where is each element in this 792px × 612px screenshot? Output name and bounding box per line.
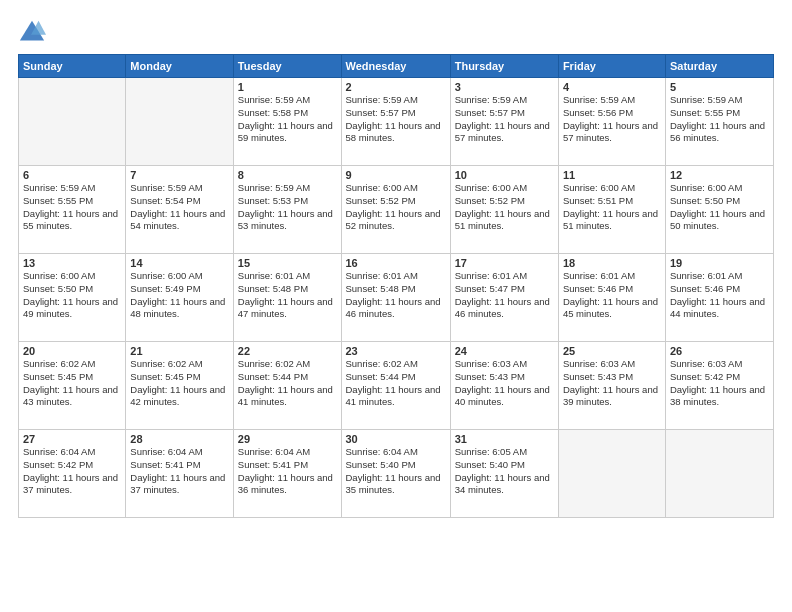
day-info: Sunrise: 6:04 AMSunset: 5:41 PMDaylight:…	[130, 446, 228, 497]
calendar-cell: 29Sunrise: 6:04 AMSunset: 5:41 PMDayligh…	[233, 430, 341, 518]
day-number: 8	[238, 169, 337, 181]
calendar-cell: 1Sunrise: 5:59 AMSunset: 5:58 PMDaylight…	[233, 78, 341, 166]
day-number: 31	[455, 433, 554, 445]
day-number: 22	[238, 345, 337, 357]
calendar-cell: 14Sunrise: 6:00 AMSunset: 5:49 PMDayligh…	[126, 254, 233, 342]
calendar-cell: 21Sunrise: 6:02 AMSunset: 5:45 PMDayligh…	[126, 342, 233, 430]
calendar-cell: 27Sunrise: 6:04 AMSunset: 5:42 PMDayligh…	[19, 430, 126, 518]
calendar-cell: 28Sunrise: 6:04 AMSunset: 5:41 PMDayligh…	[126, 430, 233, 518]
day-info: Sunrise: 6:00 AMSunset: 5:51 PMDaylight:…	[563, 182, 661, 233]
calendar-cell: 10Sunrise: 6:00 AMSunset: 5:52 PMDayligh…	[450, 166, 558, 254]
day-number: 1	[238, 81, 337, 93]
day-info: Sunrise: 5:59 AMSunset: 5:53 PMDaylight:…	[238, 182, 337, 233]
day-number: 25	[563, 345, 661, 357]
calendar-cell: 31Sunrise: 6:05 AMSunset: 5:40 PMDayligh…	[450, 430, 558, 518]
day-info: Sunrise: 6:00 AMSunset: 5:49 PMDaylight:…	[130, 270, 228, 321]
day-info: Sunrise: 6:01 AMSunset: 5:46 PMDaylight:…	[563, 270, 661, 321]
calendar-cell	[665, 430, 773, 518]
day-number: 23	[346, 345, 446, 357]
day-number: 6	[23, 169, 121, 181]
day-number: 18	[563, 257, 661, 269]
day-number: 7	[130, 169, 228, 181]
calendar-cell: 4Sunrise: 5:59 AMSunset: 5:56 PMDaylight…	[558, 78, 665, 166]
calendar-cell: 26Sunrise: 6:03 AMSunset: 5:42 PMDayligh…	[665, 342, 773, 430]
calendar-cell	[126, 78, 233, 166]
week-row-5: 27Sunrise: 6:04 AMSunset: 5:42 PMDayligh…	[19, 430, 774, 518]
day-number: 24	[455, 345, 554, 357]
calendar-cell: 25Sunrise: 6:03 AMSunset: 5:43 PMDayligh…	[558, 342, 665, 430]
week-row-4: 20Sunrise: 6:02 AMSunset: 5:45 PMDayligh…	[19, 342, 774, 430]
weekday-header-sunday: Sunday	[19, 55, 126, 78]
calendar-cell: 7Sunrise: 5:59 AMSunset: 5:54 PMDaylight…	[126, 166, 233, 254]
day-info: Sunrise: 5:59 AMSunset: 5:56 PMDaylight:…	[563, 94, 661, 145]
calendar-cell	[19, 78, 126, 166]
day-info: Sunrise: 6:04 AMSunset: 5:41 PMDaylight:…	[238, 446, 337, 497]
day-info: Sunrise: 5:59 AMSunset: 5:57 PMDaylight:…	[455, 94, 554, 145]
day-info: Sunrise: 5:59 AMSunset: 5:58 PMDaylight:…	[238, 94, 337, 145]
day-info: Sunrise: 6:00 AMSunset: 5:50 PMDaylight:…	[23, 270, 121, 321]
header	[18, 18, 774, 46]
weekday-header-monday: Monday	[126, 55, 233, 78]
day-info: Sunrise: 6:01 AMSunset: 5:48 PMDaylight:…	[238, 270, 337, 321]
day-info: Sunrise: 6:02 AMSunset: 5:45 PMDaylight:…	[23, 358, 121, 409]
page: SundayMondayTuesdayWednesdayThursdayFrid…	[0, 0, 792, 612]
day-number: 13	[23, 257, 121, 269]
day-number: 14	[130, 257, 228, 269]
day-number: 4	[563, 81, 661, 93]
day-info: Sunrise: 6:00 AMSunset: 5:50 PMDaylight:…	[670, 182, 769, 233]
day-number: 27	[23, 433, 121, 445]
calendar-cell: 16Sunrise: 6:01 AMSunset: 5:48 PMDayligh…	[341, 254, 450, 342]
day-info: Sunrise: 6:00 AMSunset: 5:52 PMDaylight:…	[346, 182, 446, 233]
weekday-header-thursday: Thursday	[450, 55, 558, 78]
day-info: Sunrise: 6:02 AMSunset: 5:45 PMDaylight:…	[130, 358, 228, 409]
calendar-table: SundayMondayTuesdayWednesdayThursdayFrid…	[18, 54, 774, 518]
day-info: Sunrise: 5:59 AMSunset: 5:55 PMDaylight:…	[670, 94, 769, 145]
day-number: 11	[563, 169, 661, 181]
day-number: 9	[346, 169, 446, 181]
calendar-cell: 13Sunrise: 6:00 AMSunset: 5:50 PMDayligh…	[19, 254, 126, 342]
calendar-cell: 17Sunrise: 6:01 AMSunset: 5:47 PMDayligh…	[450, 254, 558, 342]
weekday-header-tuesday: Tuesday	[233, 55, 341, 78]
day-info: Sunrise: 6:04 AMSunset: 5:42 PMDaylight:…	[23, 446, 121, 497]
day-number: 26	[670, 345, 769, 357]
calendar-cell: 24Sunrise: 6:03 AMSunset: 5:43 PMDayligh…	[450, 342, 558, 430]
calendar-cell: 22Sunrise: 6:02 AMSunset: 5:44 PMDayligh…	[233, 342, 341, 430]
day-info: Sunrise: 6:03 AMSunset: 5:43 PMDaylight:…	[455, 358, 554, 409]
calendar-cell: 2Sunrise: 5:59 AMSunset: 5:57 PMDaylight…	[341, 78, 450, 166]
weekday-header-friday: Friday	[558, 55, 665, 78]
calendar-cell: 8Sunrise: 5:59 AMSunset: 5:53 PMDaylight…	[233, 166, 341, 254]
day-number: 2	[346, 81, 446, 93]
weekday-header-saturday: Saturday	[665, 55, 773, 78]
calendar-cell: 11Sunrise: 6:00 AMSunset: 5:51 PMDayligh…	[558, 166, 665, 254]
calendar-cell: 12Sunrise: 6:00 AMSunset: 5:50 PMDayligh…	[665, 166, 773, 254]
day-number: 30	[346, 433, 446, 445]
day-number: 19	[670, 257, 769, 269]
day-info: Sunrise: 6:01 AMSunset: 5:46 PMDaylight:…	[670, 270, 769, 321]
day-number: 5	[670, 81, 769, 93]
week-row-2: 6Sunrise: 5:59 AMSunset: 5:55 PMDaylight…	[19, 166, 774, 254]
day-info: Sunrise: 6:01 AMSunset: 5:48 PMDaylight:…	[346, 270, 446, 321]
calendar-cell: 23Sunrise: 6:02 AMSunset: 5:44 PMDayligh…	[341, 342, 450, 430]
calendar-cell: 6Sunrise: 5:59 AMSunset: 5:55 PMDaylight…	[19, 166, 126, 254]
calendar-cell: 19Sunrise: 6:01 AMSunset: 5:46 PMDayligh…	[665, 254, 773, 342]
day-number: 15	[238, 257, 337, 269]
day-number: 3	[455, 81, 554, 93]
day-number: 16	[346, 257, 446, 269]
calendar-cell	[558, 430, 665, 518]
day-info: Sunrise: 6:01 AMSunset: 5:47 PMDaylight:…	[455, 270, 554, 321]
day-info: Sunrise: 6:05 AMSunset: 5:40 PMDaylight:…	[455, 446, 554, 497]
calendar-cell: 18Sunrise: 6:01 AMSunset: 5:46 PMDayligh…	[558, 254, 665, 342]
day-number: 10	[455, 169, 554, 181]
weekday-header-wednesday: Wednesday	[341, 55, 450, 78]
logo	[18, 18, 50, 46]
day-info: Sunrise: 5:59 AMSunset: 5:55 PMDaylight:…	[23, 182, 121, 233]
weekday-header-row: SundayMondayTuesdayWednesdayThursdayFrid…	[19, 55, 774, 78]
day-info: Sunrise: 6:03 AMSunset: 5:43 PMDaylight:…	[563, 358, 661, 409]
day-number: 20	[23, 345, 121, 357]
day-info: Sunrise: 5:59 AMSunset: 5:54 PMDaylight:…	[130, 182, 228, 233]
calendar-cell: 30Sunrise: 6:04 AMSunset: 5:40 PMDayligh…	[341, 430, 450, 518]
day-number: 28	[130, 433, 228, 445]
day-number: 12	[670, 169, 769, 181]
logo-icon	[18, 18, 46, 46]
calendar-cell: 5Sunrise: 5:59 AMSunset: 5:55 PMDaylight…	[665, 78, 773, 166]
